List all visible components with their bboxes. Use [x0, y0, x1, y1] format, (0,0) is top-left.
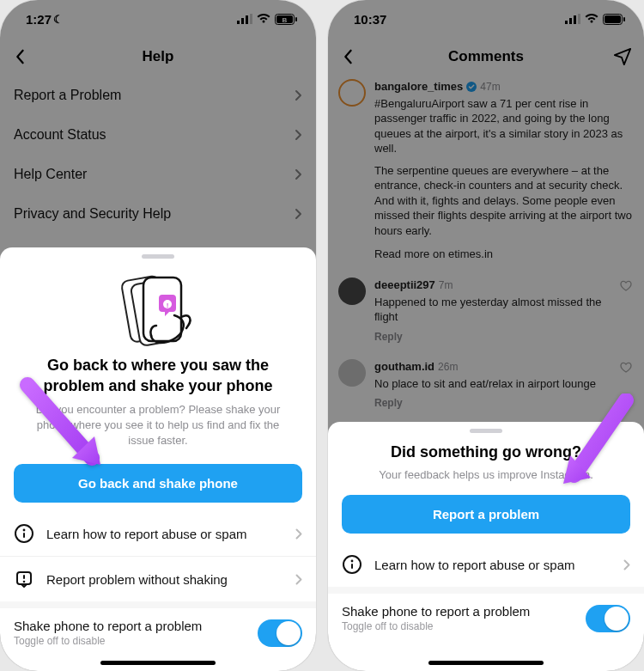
- home-indicator[interactable]: [100, 661, 216, 665]
- sheet-title: Did something go wrong?: [328, 442, 644, 462]
- toggle-label: Shake phone to report a problem: [342, 604, 586, 619]
- shake-toggle[interactable]: [258, 619, 302, 647]
- svg-text:!: !: [167, 302, 169, 309]
- report-sheet: Did something go wrong? Your feedback he…: [328, 422, 644, 671]
- report-sheet: ! Go back to where you saw the problem a…: [0, 247, 316, 671]
- sheet-handle[interactable]: [470, 429, 502, 433]
- chevron-right-icon: [295, 574, 302, 585]
- svg-point-14: [23, 529, 26, 532]
- shake-toggle[interactable]: [586, 605, 630, 632]
- shake-toggle-row: Shake phone to report a problem Toggle o…: [328, 594, 644, 632]
- row-label: Report problem without shaking: [46, 572, 283, 587]
- shake-toggle-row: Shake phone to report a problem Toggle o…: [0, 608, 316, 647]
- svg-rect-15: [23, 533, 25, 538]
- learn-report-abuse-row[interactable]: Learn how to report abuse or spam: [328, 542, 644, 587]
- go-back-shake-button[interactable]: Go back and shake phone: [14, 464, 302, 503]
- toggle-hint: Toggle off to disable: [342, 620, 586, 632]
- sheet-subtitle: Did you encounter a problem? Please shak…: [0, 397, 316, 461]
- toggle-label: Shake phone to report a problem: [14, 619, 258, 633]
- report-without-shaking-row[interactable]: Report problem without shaking: [0, 556, 316, 601]
- sheet-handle[interactable]: [142, 254, 174, 259]
- sheet-title: Go back to where you saw the problem and…: [0, 355, 316, 397]
- phone-left: 1:27 ☾ B Help Report a Problem Account S…: [0, 0, 316, 671]
- sheet-subtitle: Your feedback helps us improve Instagram…: [328, 462, 644, 490]
- info-icon: [342, 554, 362, 575]
- shake-phone-illustration: !: [0, 272, 316, 346]
- chevron-right-icon: [295, 528, 302, 540]
- svg-rect-29: [351, 564, 353, 569]
- button-label: Go back and shake phone: [78, 476, 238, 491]
- report-problem-button[interactable]: Report a problem: [342, 495, 630, 534]
- back-icon[interactable]: [340, 49, 355, 64]
- chevron-right-icon: [623, 559, 630, 570]
- back-icon[interactable]: [12, 49, 27, 64]
- svg-rect-17: [23, 575, 25, 579]
- home-indicator[interactable]: [428, 661, 544, 665]
- info-icon: [14, 523, 34, 544]
- row-label: Learn how to report abuse or spam: [46, 527, 283, 541]
- svg-point-18: [23, 581, 26, 583]
- learn-report-abuse-row[interactable]: Learn how to report abuse or spam: [0, 511, 316, 556]
- phone-right: 10:37 Comments bangalore_times 47m: [328, 0, 644, 671]
- button-label: Report a problem: [433, 507, 539, 522]
- svg-point-28: [351, 560, 354, 563]
- report-icon: [14, 569, 34, 589]
- toggle-hint: Toggle off to disable: [14, 635, 258, 647]
- row-label: Learn how to report abuse or spam: [374, 558, 611, 572]
